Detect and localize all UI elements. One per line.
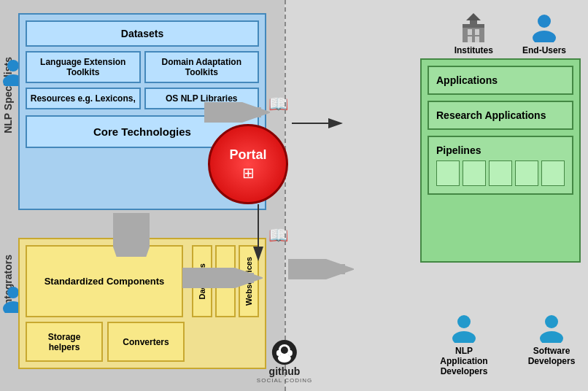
storage-box: Storage helpers: [26, 322, 103, 362]
converters-box: Converters: [107, 322, 185, 362]
portal-to-apps-arrow: [292, 113, 350, 133]
svg-point-25: [452, 331, 476, 343]
svg-rect-11: [463, 24, 484, 28]
nlp-app-devs-group: NLP Application Developers: [435, 314, 493, 376]
apps-box: Applications Research Applications Pipel…: [420, 58, 581, 263]
svg-point-26: [545, 315, 558, 328]
research-apps-section: Research Applications: [428, 101, 573, 130]
applications-section: Applications: [428, 66, 573, 95]
standardized-box: Standardized Components: [26, 245, 183, 317]
integrators-label: Integrators: [0, 216, 16, 347]
datasets-box: Datasets: [26, 20, 259, 47]
svg-point-4: [7, 287, 19, 298]
svg-point-19: [533, 31, 556, 42]
integrators-to-right-arrow: [288, 259, 354, 279]
svg-marker-17: [466, 13, 481, 20]
svg-rect-10: [463, 26, 484, 42]
svg-point-36: [276, 350, 281, 356]
separator: [285, 0, 286, 391]
pipeline-bar-2: [463, 160, 486, 186]
language-extension-box: Language Extension Toolkits: [26, 51, 141, 83]
github-area: github SOCIAL CODING: [257, 339, 312, 384]
end-users-group: End-Users: [522, 13, 566, 55]
pipelines-section: Pipelines: [428, 136, 573, 195]
portal-circle: Portal ⊞: [208, 124, 288, 204]
domain-adaptation-box: Domain Adaptation Toolkits: [144, 51, 260, 83]
svg-point-27: [540, 331, 563, 343]
svg-rect-12: [468, 29, 472, 35]
svg-point-0: [7, 60, 19, 71]
software-devs-icon: [538, 314, 565, 343]
main-container: NLP Specialists Datasets Language Extens…: [0, 0, 588, 391]
top-icons-row: Institutes End-Users: [292, 7, 581, 55]
integrators-bottom: Storage helpers Converters: [26, 322, 259, 362]
right-arrow-top: [204, 102, 270, 123]
github-sub: SOCIAL CODING: [257, 377, 312, 384]
portal-down-arrow: [248, 204, 268, 263]
svg-point-37: [288, 350, 293, 356]
svg-rect-13: [475, 29, 479, 35]
nlp-app-devs-icon: [451, 314, 477, 343]
svg-point-24: [457, 315, 471, 328]
svg-rect-15: [475, 36, 479, 42]
github-name: github: [269, 365, 301, 377]
down-arrow: [113, 213, 150, 257]
pipeline-bar-4: [515, 160, 538, 186]
end-users-icon: [531, 13, 557, 42]
github-logo: [271, 339, 298, 365]
resources-box: Resources e.g. Lexicons,: [26, 88, 141, 109]
pipeline-bars: [436, 160, 565, 186]
pipeline-bar-3: [489, 160, 512, 186]
pipeline-bar-5: [541, 160, 565, 186]
right-arrow-bottom: [182, 268, 263, 288]
right-panel: Institutes End-Users Applications Resear…: [285, 0, 588, 391]
software-devs-group: Software Developers: [522, 314, 581, 376]
pipelines-label: Pipelines: [436, 144, 565, 156]
svg-point-18: [538, 15, 551, 28]
bottom-icons-row: NLP Application Developers Software Deve…: [435, 314, 581, 376]
pipeline-bar-1: [436, 160, 460, 186]
portal-icon: ⊞: [242, 164, 255, 182]
institutes-icon: [459, 13, 488, 42]
svg-rect-14: [468, 36, 472, 42]
svg-point-34: [281, 347, 288, 354]
nlp-specialists-label: NLP Specialists: [0, 22, 16, 168]
integrators-box: Standardized Components Daemons CLI Webs…: [18, 238, 266, 369]
institutes-group: Institutes: [454, 13, 493, 55]
toolkits-row: Language Extension Toolkits Domain Adapt…: [26, 51, 259, 83]
